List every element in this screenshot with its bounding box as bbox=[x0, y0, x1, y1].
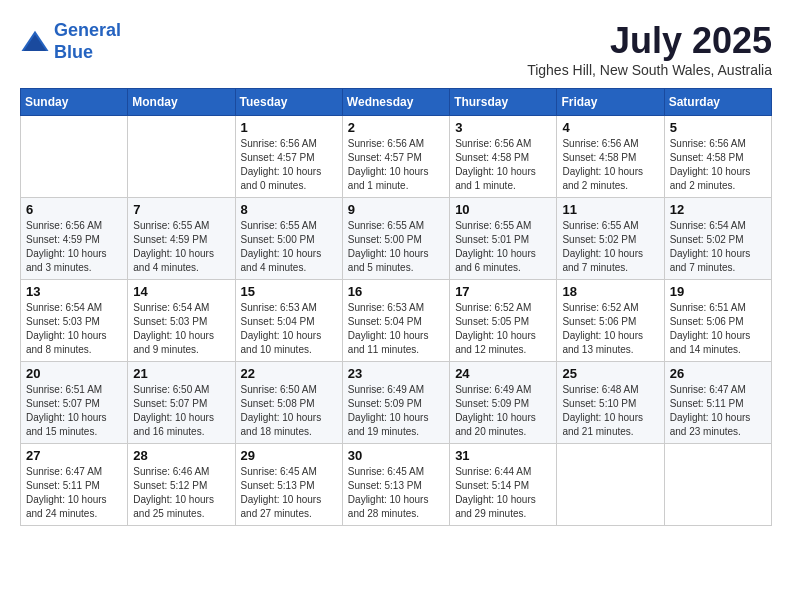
calendar-cell: 19Sunrise: 6:51 AM Sunset: 5:06 PM Dayli… bbox=[664, 280, 771, 362]
calendar-cell: 25Sunrise: 6:48 AM Sunset: 5:10 PM Dayli… bbox=[557, 362, 664, 444]
calendar-cell: 24Sunrise: 6:49 AM Sunset: 5:09 PM Dayli… bbox=[450, 362, 557, 444]
day-info: Sunrise: 6:50 AM Sunset: 5:07 PM Dayligh… bbox=[133, 383, 229, 439]
day-number: 10 bbox=[455, 202, 551, 217]
day-number: 31 bbox=[455, 448, 551, 463]
calendar-cell: 16Sunrise: 6:53 AM Sunset: 5:04 PM Dayli… bbox=[342, 280, 449, 362]
calendar-cell: 11Sunrise: 6:55 AM Sunset: 5:02 PM Dayli… bbox=[557, 198, 664, 280]
calendar-cell: 3Sunrise: 6:56 AM Sunset: 4:58 PM Daylig… bbox=[450, 116, 557, 198]
calendar-cell: 14Sunrise: 6:54 AM Sunset: 5:03 PM Dayli… bbox=[128, 280, 235, 362]
header-wednesday: Wednesday bbox=[342, 89, 449, 116]
day-number: 6 bbox=[26, 202, 122, 217]
day-number: 1 bbox=[241, 120, 337, 135]
calendar-cell: 17Sunrise: 6:52 AM Sunset: 5:05 PM Dayli… bbox=[450, 280, 557, 362]
calendar-cell: 18Sunrise: 6:52 AM Sunset: 5:06 PM Dayli… bbox=[557, 280, 664, 362]
calendar-cell: 31Sunrise: 6:44 AM Sunset: 5:14 PM Dayli… bbox=[450, 444, 557, 526]
day-number: 18 bbox=[562, 284, 658, 299]
day-number: 5 bbox=[670, 120, 766, 135]
day-info: Sunrise: 6:52 AM Sunset: 5:06 PM Dayligh… bbox=[562, 301, 658, 357]
day-info: Sunrise: 6:56 AM Sunset: 4:57 PM Dayligh… bbox=[348, 137, 444, 193]
day-info: Sunrise: 6:50 AM Sunset: 5:08 PM Dayligh… bbox=[241, 383, 337, 439]
calendar-cell: 6Sunrise: 6:56 AM Sunset: 4:59 PM Daylig… bbox=[21, 198, 128, 280]
calendar-cell: 1Sunrise: 6:56 AM Sunset: 4:57 PM Daylig… bbox=[235, 116, 342, 198]
day-number: 14 bbox=[133, 284, 229, 299]
day-info: Sunrise: 6:48 AM Sunset: 5:10 PM Dayligh… bbox=[562, 383, 658, 439]
day-info: Sunrise: 6:54 AM Sunset: 5:03 PM Dayligh… bbox=[133, 301, 229, 357]
day-number: 21 bbox=[133, 366, 229, 381]
day-number: 28 bbox=[133, 448, 229, 463]
calendar-cell: 28Sunrise: 6:46 AM Sunset: 5:12 PM Dayli… bbox=[128, 444, 235, 526]
calendar-cell: 23Sunrise: 6:49 AM Sunset: 5:09 PM Dayli… bbox=[342, 362, 449, 444]
logo-text: General Blue bbox=[54, 20, 121, 63]
day-number: 17 bbox=[455, 284, 551, 299]
day-info: Sunrise: 6:44 AM Sunset: 5:14 PM Dayligh… bbox=[455, 465, 551, 521]
week-row-1: 1Sunrise: 6:56 AM Sunset: 4:57 PM Daylig… bbox=[21, 116, 772, 198]
header-sunday: Sunday bbox=[21, 89, 128, 116]
day-number: 22 bbox=[241, 366, 337, 381]
calendar-cell: 21Sunrise: 6:50 AM Sunset: 5:07 PM Dayli… bbox=[128, 362, 235, 444]
calendar-cell: 13Sunrise: 6:54 AM Sunset: 5:03 PM Dayli… bbox=[21, 280, 128, 362]
week-row-4: 20Sunrise: 6:51 AM Sunset: 5:07 PM Dayli… bbox=[21, 362, 772, 444]
week-row-2: 6Sunrise: 6:56 AM Sunset: 4:59 PM Daylig… bbox=[21, 198, 772, 280]
day-number: 8 bbox=[241, 202, 337, 217]
day-info: Sunrise: 6:49 AM Sunset: 5:09 PM Dayligh… bbox=[455, 383, 551, 439]
day-info: Sunrise: 6:45 AM Sunset: 5:13 PM Dayligh… bbox=[241, 465, 337, 521]
header-thursday: Thursday bbox=[450, 89, 557, 116]
day-info: Sunrise: 6:54 AM Sunset: 5:02 PM Dayligh… bbox=[670, 219, 766, 275]
calendar-cell: 20Sunrise: 6:51 AM Sunset: 5:07 PM Dayli… bbox=[21, 362, 128, 444]
day-number: 13 bbox=[26, 284, 122, 299]
day-number: 23 bbox=[348, 366, 444, 381]
location: Tighes Hill, New South Wales, Australia bbox=[527, 62, 772, 78]
day-info: Sunrise: 6:55 AM Sunset: 5:00 PM Dayligh… bbox=[348, 219, 444, 275]
week-row-5: 27Sunrise: 6:47 AM Sunset: 5:11 PM Dayli… bbox=[21, 444, 772, 526]
day-info: Sunrise: 6:55 AM Sunset: 4:59 PM Dayligh… bbox=[133, 219, 229, 275]
day-info: Sunrise: 6:56 AM Sunset: 4:57 PM Dayligh… bbox=[241, 137, 337, 193]
day-number: 4 bbox=[562, 120, 658, 135]
calendar-cell: 4Sunrise: 6:56 AM Sunset: 4:58 PM Daylig… bbox=[557, 116, 664, 198]
month-title: July 2025 bbox=[527, 20, 772, 62]
calendar-cell: 10Sunrise: 6:55 AM Sunset: 5:01 PM Dayli… bbox=[450, 198, 557, 280]
calendar-header: Sunday Monday Tuesday Wednesday Thursday… bbox=[21, 89, 772, 116]
day-info: Sunrise: 6:54 AM Sunset: 5:03 PM Dayligh… bbox=[26, 301, 122, 357]
calendar-cell: 27Sunrise: 6:47 AM Sunset: 5:11 PM Dayli… bbox=[21, 444, 128, 526]
day-info: Sunrise: 6:51 AM Sunset: 5:06 PM Dayligh… bbox=[670, 301, 766, 357]
header-friday: Friday bbox=[557, 89, 664, 116]
calendar-cell: 12Sunrise: 6:54 AM Sunset: 5:02 PM Dayli… bbox=[664, 198, 771, 280]
calendar-cell: 15Sunrise: 6:53 AM Sunset: 5:04 PM Dayli… bbox=[235, 280, 342, 362]
day-number: 12 bbox=[670, 202, 766, 217]
day-number: 11 bbox=[562, 202, 658, 217]
header-row: Sunday Monday Tuesday Wednesday Thursday… bbox=[21, 89, 772, 116]
day-number: 3 bbox=[455, 120, 551, 135]
calendar-cell: 29Sunrise: 6:45 AM Sunset: 5:13 PM Dayli… bbox=[235, 444, 342, 526]
calendar-cell bbox=[664, 444, 771, 526]
calendar-table: Sunday Monday Tuesday Wednesday Thursday… bbox=[20, 88, 772, 526]
day-info: Sunrise: 6:55 AM Sunset: 5:00 PM Dayligh… bbox=[241, 219, 337, 275]
day-number: 16 bbox=[348, 284, 444, 299]
day-info: Sunrise: 6:56 AM Sunset: 4:59 PM Dayligh… bbox=[26, 219, 122, 275]
day-info: Sunrise: 6:51 AM Sunset: 5:07 PM Dayligh… bbox=[26, 383, 122, 439]
day-number: 26 bbox=[670, 366, 766, 381]
week-row-3: 13Sunrise: 6:54 AM Sunset: 5:03 PM Dayli… bbox=[21, 280, 772, 362]
calendar-cell bbox=[557, 444, 664, 526]
day-number: 7 bbox=[133, 202, 229, 217]
calendar-cell: 9Sunrise: 6:55 AM Sunset: 5:00 PM Daylig… bbox=[342, 198, 449, 280]
day-info: Sunrise: 6:45 AM Sunset: 5:13 PM Dayligh… bbox=[348, 465, 444, 521]
calendar-cell: 30Sunrise: 6:45 AM Sunset: 5:13 PM Dayli… bbox=[342, 444, 449, 526]
logo: General Blue bbox=[20, 20, 121, 63]
calendar-cell bbox=[128, 116, 235, 198]
calendar-body: 1Sunrise: 6:56 AM Sunset: 4:57 PM Daylig… bbox=[21, 116, 772, 526]
calendar-cell: 7Sunrise: 6:55 AM Sunset: 4:59 PM Daylig… bbox=[128, 198, 235, 280]
day-info: Sunrise: 6:47 AM Sunset: 5:11 PM Dayligh… bbox=[26, 465, 122, 521]
day-info: Sunrise: 6:49 AM Sunset: 5:09 PM Dayligh… bbox=[348, 383, 444, 439]
day-info: Sunrise: 6:55 AM Sunset: 5:02 PM Dayligh… bbox=[562, 219, 658, 275]
header-tuesday: Tuesday bbox=[235, 89, 342, 116]
day-info: Sunrise: 6:53 AM Sunset: 5:04 PM Dayligh… bbox=[241, 301, 337, 357]
day-info: Sunrise: 6:56 AM Sunset: 4:58 PM Dayligh… bbox=[562, 137, 658, 193]
day-number: 20 bbox=[26, 366, 122, 381]
day-info: Sunrise: 6:56 AM Sunset: 4:58 PM Dayligh… bbox=[670, 137, 766, 193]
day-number: 15 bbox=[241, 284, 337, 299]
header-monday: Monday bbox=[128, 89, 235, 116]
calendar-cell bbox=[21, 116, 128, 198]
day-number: 30 bbox=[348, 448, 444, 463]
calendar-cell: 22Sunrise: 6:50 AM Sunset: 5:08 PM Dayli… bbox=[235, 362, 342, 444]
header-saturday: Saturday bbox=[664, 89, 771, 116]
